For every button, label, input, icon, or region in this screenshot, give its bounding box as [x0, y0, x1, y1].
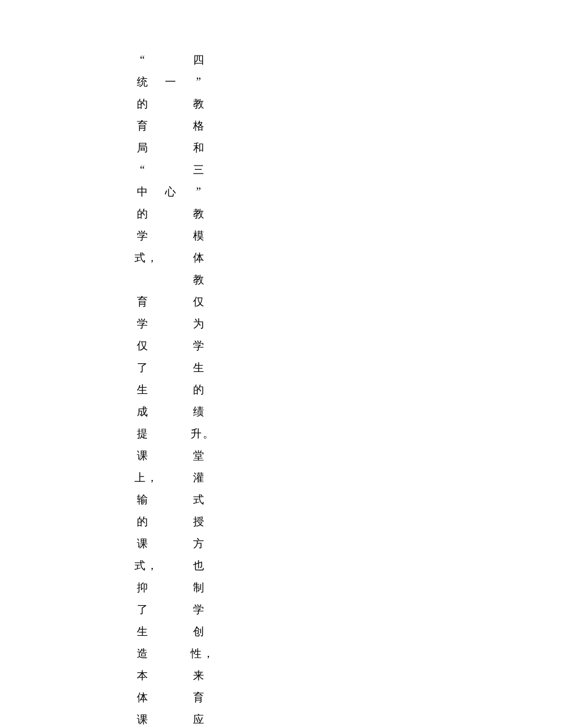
text-char: 抑 — [134, 577, 151, 599]
text-char: 教 — [191, 203, 208, 225]
text-char: 来 — [191, 664, 208, 686]
text-char: 灌 — [191, 467, 208, 489]
text-char: 局 — [134, 137, 151, 159]
text-line: 提升。 — [134, 423, 208, 445]
text-char: 创 — [191, 621, 208, 642]
text-char: 课 — [134, 708, 151, 728]
text-char: 了 — [134, 599, 151, 621]
text-char: 方 — [191, 533, 208, 555]
text-char: 为 — [191, 313, 208, 335]
text-char: 式， — [134, 247, 151, 291]
text-char: 生 — [134, 621, 151, 642]
text-char: 课 — [134, 445, 151, 467]
text-char: 上， — [134, 467, 151, 489]
text-char: 学 — [134, 225, 151, 247]
text-char: 统 — [134, 71, 151, 93]
text-char: 性， — [191, 642, 208, 664]
text-char: 的 — [134, 203, 151, 225]
text-line: 造性， — [134, 642, 208, 664]
text-char: 式， — [134, 555, 151, 577]
text-line: 体育 — [134, 686, 208, 708]
text-line: 上，灌 — [134, 467, 208, 489]
text-line: “四 — [134, 49, 208, 71]
text-line: 输式 — [134, 489, 208, 511]
text-char: 应 — [191, 708, 208, 728]
text-char: 绩 — [191, 401, 208, 423]
text-char: 心 — [162, 181, 180, 203]
text-line: 了生 — [134, 357, 208, 379]
text-char: “ — [134, 49, 151, 71]
text-char: 本 — [134, 664, 151, 686]
text-line: 学模 — [134, 225, 208, 247]
text-char: 升。 — [191, 423, 208, 445]
text-char: 育 — [134, 115, 151, 137]
text-char: 式 — [191, 489, 208, 511]
text-char: 四 — [191, 49, 208, 71]
text-line: 式，体教 — [134, 247, 208, 291]
text-line: 中心” — [134, 181, 208, 203]
text-char: 学 — [191, 335, 208, 357]
text-line: 了学 — [134, 599, 208, 621]
page-content: “四统一”的教育格局和“三中心”的教学模式，体教育仅学为仅学了生生的成绩提升。课… — [0, 0, 562, 728]
text-char: 输 — [134, 489, 151, 511]
text-line: 生的 — [134, 379, 208, 401]
text-line: 本来 — [134, 664, 208, 686]
text-char: 和 — [191, 137, 208, 159]
text-char: 教 — [191, 93, 208, 115]
text-line: 的教 — [134, 203, 208, 225]
text-char: 仅 — [134, 335, 151, 357]
text-char: 的 — [134, 511, 151, 533]
text-char: 体 — [134, 686, 151, 708]
text-line: 课应 — [134, 708, 208, 728]
text-line: 育仅 — [134, 291, 208, 313]
text-line: 课堂 — [134, 445, 208, 467]
text-char: 三 — [191, 159, 208, 181]
text-char: 育 — [191, 686, 208, 708]
text-char: 提 — [134, 423, 151, 445]
main-text: “四统一”的教育格局和“三中心”的教学模式，体教育仅学为仅学了生生的成绩提升。课… — [134, 49, 208, 728]
text-line: 统一” — [134, 71, 208, 93]
text-char: 生 — [134, 379, 151, 401]
text-line: 育格 — [134, 115, 208, 137]
text-char: “ — [134, 159, 151, 181]
text-char: 也 — [191, 555, 208, 577]
text-line: 生创 — [134, 621, 208, 642]
text-char: 仅 — [191, 291, 208, 313]
text-char: 堂 — [191, 445, 208, 467]
text-line: 局和 — [134, 137, 208, 159]
text-line: 学为 — [134, 313, 208, 335]
text-char: 制 — [191, 577, 208, 599]
text-char: 授 — [191, 511, 208, 533]
text-char: 格 — [191, 115, 208, 137]
text-char: 中 — [134, 181, 151, 203]
text-char: ” — [191, 181, 208, 203]
text-char: 成 — [134, 401, 151, 423]
text-char: 育 — [134, 291, 151, 313]
text-line: “三 — [134, 159, 208, 181]
text-line: 仅学 — [134, 335, 208, 357]
text-char: 课 — [134, 533, 151, 555]
text-char: 的 — [134, 93, 151, 115]
text-char: 模 — [191, 225, 208, 247]
text-char: 生 — [191, 357, 208, 379]
text-line: 抑制 — [134, 577, 208, 599]
text-line: 式，也 — [134, 555, 208, 577]
text-char: 体教 — [191, 247, 208, 291]
text-char: 学 — [191, 599, 208, 621]
text-char: 学 — [134, 313, 151, 335]
text-line: 课方 — [134, 533, 208, 555]
text-char: 了 — [134, 357, 151, 379]
text-line: 的教 — [134, 93, 208, 115]
text-line: 的授 — [134, 511, 208, 533]
text-char: 的 — [191, 379, 208, 401]
text-char: 造 — [134, 642, 151, 664]
text-char: ” — [191, 71, 208, 93]
text-char: 一 — [162, 71, 180, 93]
text-line: 成绩 — [134, 401, 208, 423]
